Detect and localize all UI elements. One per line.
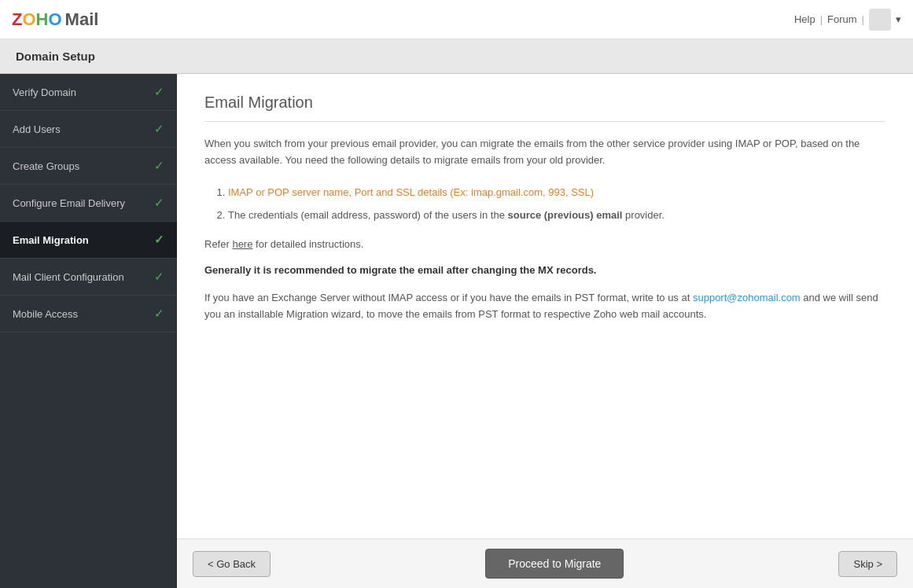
domain-setup-bar: Domain Setup xyxy=(0,39,913,74)
exchange-text: If you have an Exchange Server without I… xyxy=(204,290,885,323)
sidebar-item-mail-client-configuration[interactable]: Mail Client Configuration ✓ xyxy=(0,259,177,296)
check-icon: ✓ xyxy=(154,122,164,136)
check-icon: ✓ xyxy=(154,233,164,247)
check-icon: ✓ xyxy=(154,85,164,99)
proceed-button[interactable]: Proceed to Migrate xyxy=(485,549,624,579)
here-link[interactable]: here xyxy=(232,238,252,250)
sidebar-item-label: Configure Email Delivery xyxy=(13,197,125,209)
sidebar: Verify Domain ✓ Add Users ✓ Create Group… xyxy=(0,74,177,588)
intro-text: When you switch from your previous email… xyxy=(204,136,885,169)
user-avatar[interactable] xyxy=(869,9,891,31)
recommend-text: Generally it is recommended to migrate t… xyxy=(204,264,885,276)
sidebar-item-label: Verify Domain xyxy=(13,86,76,98)
go-back-button[interactable]: < Go Back xyxy=(193,551,271,577)
user-dropdown-arrow[interactable]: ▾ xyxy=(896,13,901,25)
sidebar-item-label: Create Groups xyxy=(13,160,79,172)
sidebar-item-label: Mail Client Configuration xyxy=(13,271,124,283)
sidebar-item-label: Mobile Access xyxy=(13,308,78,320)
sidebar-item-email-migration[interactable]: Email Migration ✓ xyxy=(0,222,177,259)
sidebar-item-mobile-access[interactable]: Mobile Access ✓ xyxy=(0,296,177,333)
check-icon: ✓ xyxy=(154,307,164,321)
sidebar-item-create-groups[interactable]: Create Groups ✓ xyxy=(0,148,177,185)
logo-zoho: ZOHO xyxy=(12,9,62,30)
sidebar-item-add-users[interactable]: Add Users ✓ xyxy=(0,111,177,148)
list-item-2: The credentials (email address, password… xyxy=(228,206,885,224)
sidebar-item-label: Add Users xyxy=(13,123,61,135)
content-body: Email Migration When you switch from you… xyxy=(177,74,913,538)
info-list: IMAP or POP server name, Port and SSL de… xyxy=(228,183,885,225)
main-layout: Verify Domain ✓ Add Users ✓ Create Group… xyxy=(0,74,913,588)
refer-text: Refer here for detailed instructions. xyxy=(204,238,885,250)
check-icon: ✓ xyxy=(154,270,164,284)
sidebar-item-configure-email-delivery[interactable]: Configure Email Delivery ✓ xyxy=(0,185,177,222)
content-area: Email Migration When you switch from you… xyxy=(177,74,913,588)
forum-link[interactable]: Forum xyxy=(827,13,857,25)
support-email-link[interactable]: support@zohomail.com xyxy=(693,292,801,303)
list-item-1: IMAP or POP server name, Port and SSL de… xyxy=(228,183,885,201)
domain-setup-title: Domain Setup xyxy=(16,50,95,63)
page-title: Email Migration xyxy=(204,94,885,122)
logo: ZOHO Mail xyxy=(12,9,98,30)
logo-mail: Mail xyxy=(65,9,99,30)
skip-button[interactable]: Skip > xyxy=(838,551,897,577)
content-footer: < Go Back Proceed to Migrate Skip > xyxy=(177,538,913,588)
help-link[interactable]: Help xyxy=(794,13,815,25)
sidebar-item-verify-domain[interactable]: Verify Domain ✓ xyxy=(0,74,177,111)
check-icon: ✓ xyxy=(154,159,164,173)
top-nav: Help | Forum | ▾ xyxy=(794,9,901,31)
sidebar-item-label: Email Migration xyxy=(13,234,89,246)
check-icon: ✓ xyxy=(154,196,164,210)
top-header: ZOHO Mail Help | Forum | ▾ xyxy=(0,0,913,39)
